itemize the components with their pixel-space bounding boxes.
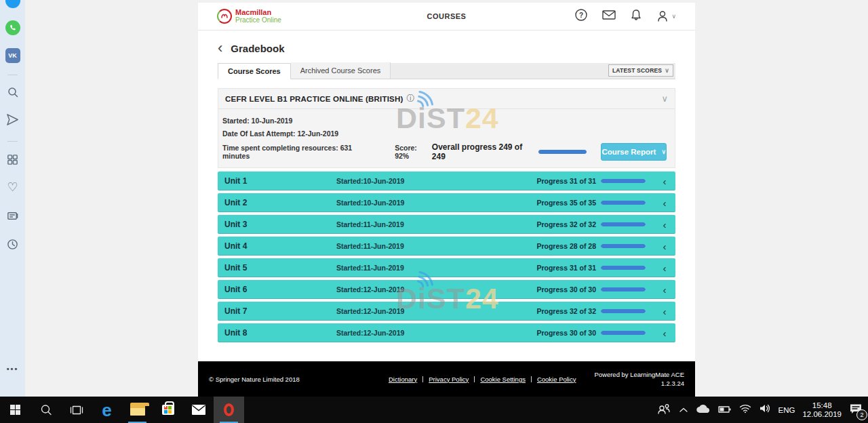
unit-row[interactable]: Unit 6 Started:12-Jun-2019 Progress 30 o… — [218, 280, 675, 299]
more-dots-icon[interactable]: ••• — [0, 365, 25, 373]
unit-row[interactable]: Unit 3 Started:11-Jun-2019 Progress 32 o… — [218, 215, 675, 234]
tab-course-scores[interactable]: Course Scores — [218, 63, 291, 79]
unit-progress-bar — [601, 331, 646, 335]
mail-icon[interactable] — [601, 9, 616, 24]
vk-icon[interactable]: VK — [0, 48, 25, 63]
info-icon[interactable]: ⓘ — [407, 93, 415, 104]
chevron-down-icon: ∨ — [671, 13, 676, 20]
vk-label: VK — [5, 48, 20, 63]
unit-progress-label: Progress 35 of 35 — [536, 199, 596, 207]
unit-name: Unit 7 — [224, 306, 336, 316]
chevron-left-icon[interactable]: ‹ — [660, 220, 669, 230]
opera-browser-icon[interactable] — [214, 397, 244, 423]
sidebar-divider — [7, 141, 18, 142]
chevron-left-icon[interactable]: ‹ — [660, 176, 669, 186]
taskbar-clock[interactable]: 15:48 12.06.2019 — [802, 401, 842, 419]
help-icon[interactable]: ? — [574, 8, 588, 24]
notification-badge: 2 — [856, 409, 867, 420]
version-text: 1.2.3.24 — [594, 379, 684, 388]
unit-row[interactable]: Unit 7 Started:12-Jun-2019 Progress 32 o… — [218, 302, 675, 321]
wifi-icon[interactable] — [739, 404, 751, 416]
chevron-left-icon[interactable]: ‹ — [660, 241, 669, 251]
chevron-left-icon[interactable]: ‹ — [660, 285, 669, 295]
windows-taskbar: e — [0, 397, 868, 423]
course-report-button[interactable]: Course Report ∨ — [601, 143, 667, 161]
volume-icon[interactable] — [759, 403, 771, 416]
folder-icon — [130, 405, 145, 416]
file-explorer-icon[interactable] — [122, 397, 153, 423]
task-view-icon[interactable] — [61, 397, 92, 423]
language-indicator[interactable]: ENG — [778, 406, 795, 414]
site-header: Macmillan Practice Online COURSES ? ∨ — [198, 3, 695, 31]
taskbar-search-icon[interactable] — [31, 397, 61, 423]
logo-line1: Macmillan — [235, 9, 281, 16]
macmillan-logo-icon — [217, 9, 232, 24]
browser-page: Macmillan Practice Online COURSES ? ∨ ‹ … — [198, 3, 695, 397]
unit-progress-label: Progress 28 of 28 — [536, 242, 596, 250]
course-time-spent: Time spent completing resources: 631 min… — [222, 144, 376, 160]
unit-row[interactable]: Unit 4 Started:11-Jun-2019 Progress 28 o… — [218, 237, 675, 256]
search-icon[interactable] — [0, 86, 25, 100]
messenger-bubble-icon — [5, 0, 20, 8]
macmillan-logo[interactable]: Macmillan Practice Online — [217, 9, 281, 24]
unit-started: Started:12-Jun-2019 — [336, 307, 536, 315]
unit-progress-bar — [601, 179, 646, 183]
account-menu-icon[interactable]: ∨ — [656, 9, 676, 23]
link-dictionary[interactable]: Dictionary — [389, 376, 417, 383]
onedrive-cloud-icon[interactable] — [696, 404, 711, 416]
favorites-heart-icon[interactable]: ♡ — [0, 181, 25, 193]
history-clock-icon[interactable] — [0, 238, 25, 251]
overall-progress-label: Overall progress 249 of 249 — [432, 142, 534, 161]
page-title: Gradebook — [231, 43, 284, 54]
unit-row[interactable]: Unit 1 Started:10-Jun-2019 Progress 31 o… — [218, 172, 675, 190]
unit-name: Unit 3 — [224, 220, 336, 229]
edge-browser-icon[interactable]: e — [92, 397, 122, 423]
chevron-left-icon[interactable]: ‹ — [660, 328, 669, 338]
notifications-bell-icon[interactable] — [630, 8, 642, 24]
unit-progress-label: Progress 32 of 32 — [536, 307, 596, 315]
link-cookie-policy[interactable]: Cookie Policy — [537, 376, 576, 383]
copyright-text: © Springer Nature Limited 2018 — [209, 376, 355, 383]
clock-time: 15:48 — [802, 401, 842, 410]
action-center-icon[interactable]: 2 — [849, 403, 863, 418]
news-feed-icon[interactable] — [0, 209, 25, 222]
course-last-attempt: Date Of Last Attempt: 12-Jun-2019 — [222, 129, 668, 138]
link-privacy-policy[interactable]: Privacy Policy — [429, 376, 469, 383]
windows-logo-icon — [10, 405, 20, 415]
apps-grid-icon[interactable] — [0, 153, 25, 166]
microsoft-store-icon[interactable] — [153, 397, 183, 423]
back-chevron-icon[interactable]: ‹ — [218, 42, 222, 54]
mail-app-icon[interactable] — [183, 397, 214, 423]
messenger-icon[interactable] — [0, 0, 25, 8]
chevron-left-icon[interactable]: ‹ — [660, 263, 669, 273]
gradebook-heading: ‹ Gradebook — [218, 42, 675, 54]
people-icon[interactable] — [656, 403, 671, 418]
course-panel-header[interactable]: CEFR LEVEL B1 PRACTICE ONLINE (BRITISH) … — [218, 89, 675, 109]
unit-progress-bar — [601, 309, 646, 313]
tab-archived-course-scores[interactable]: Archived Course Scores — [291, 62, 391, 79]
send-icon[interactable] — [0, 113, 25, 127]
unit-row[interactable]: Unit 5 Started:11-Jun-2019 Progress 31 o… — [218, 258, 675, 277]
unit-name: Unit 4 — [224, 241, 336, 251]
start-button[interactable] — [0, 397, 31, 423]
taskbar-left: e — [0, 397, 244, 423]
battery-icon[interactable] — [718, 404, 732, 416]
unit-started: Started:11-Jun-2019 — [336, 220, 536, 228]
chevron-left-icon[interactable]: ‹ — [660, 198, 669, 208]
tabs-row: Course Scores Archived Course Scores LAT… — [218, 63, 675, 79]
latest-scores-dropdown[interactable]: LATEST SCORES ∨ — [608, 64, 673, 77]
unit-row[interactable]: Unit 2 Started:10-Jun-2019 Progress 35 o… — [218, 193, 675, 212]
unit-progress-bar — [601, 266, 646, 270]
unit-progress-label: Progress 31 of 31 — [536, 264, 596, 272]
whatsapp-icon[interactable] — [0, 20, 25, 35]
unit-started: Started:10-Jun-2019 — [336, 177, 536, 185]
unit-row[interactable]: Unit 8 Started:12-Jun-2019 Progress 30 o… — [218, 323, 675, 342]
unit-name: Unit 1 — [224, 176, 336, 186]
dots-glyph: ••• — [7, 365, 19, 373]
show-hidden-icons-chevron[interactable] — [679, 404, 688, 416]
unit-progress-bar — [601, 222, 646, 226]
chevron-left-icon[interactable]: ‹ — [660, 306, 669, 317]
link-cookie-settings[interactable]: Cookie Settings — [480, 376, 526, 383]
course-title: CEFR LEVEL B1 PRACTICE ONLINE (BRITISH) — [225, 95, 403, 103]
chevron-down-icon[interactable]: ∨ — [661, 94, 668, 104]
